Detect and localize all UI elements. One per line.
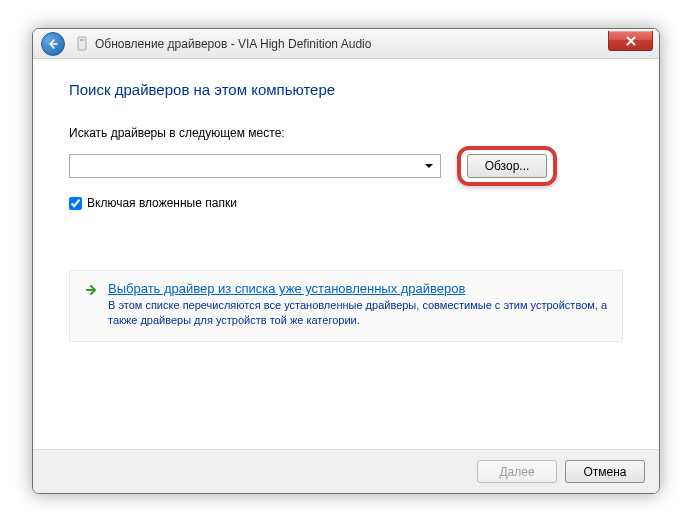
device-icon <box>75 36 89 52</box>
arrow-right-icon <box>84 283 98 329</box>
pick-from-list-description: В этом списке перечисляются все установл… <box>108 298 608 329</box>
pick-from-list-option[interactable]: Выбрать драйвер из списка уже установлен… <box>69 270 623 342</box>
option-text: Выбрать драйвер из списка уже установлен… <box>108 281 608 329</box>
path-combobox <box>69 154 441 178</box>
titlebar: Обновление драйверов - VIA High Definiti… <box>33 29 659 59</box>
include-subfolders-checkbox[interactable] <box>69 197 82 210</box>
pick-from-list-link: Выбрать драйвер из списка уже установлен… <box>108 281 608 296</box>
path-row: Обзор... <box>69 146 623 186</box>
combobox-dropdown-button[interactable] <box>421 158 437 174</box>
dialog-window: Обновление драйверов - VIA High Definiti… <box>32 28 660 494</box>
path-input[interactable] <box>69 154 441 178</box>
include-subfolders-row: Включая вложенные папки <box>69 196 623 210</box>
next-button: Далее <box>477 460 557 483</box>
svg-rect-0 <box>78 37 86 50</box>
window-title: Обновление драйверов - VIA High Definiti… <box>95 37 371 51</box>
close-icon <box>626 36 636 46</box>
cancel-button[interactable]: Отмена <box>565 460 645 483</box>
close-button[interactable] <box>608 31 653 51</box>
page-heading: Поиск драйверов на этом компьютере <box>69 81 623 98</box>
browse-button[interactable]: Обзор... <box>467 154 547 178</box>
back-arrow-icon <box>47 38 59 50</box>
chevron-down-icon <box>425 164 433 169</box>
content-area: Поиск драйверов на этом компьютере Искат… <box>33 59 659 342</box>
svg-rect-1 <box>80 39 84 41</box>
include-subfolders-label[interactable]: Включая вложенные папки <box>87 196 237 210</box>
dialog-footer: Далее Отмена <box>33 449 659 493</box>
search-location-label: Искать драйверы в следующем месте: <box>69 126 623 140</box>
back-button[interactable] <box>41 32 65 56</box>
browse-highlight: Обзор... <box>457 146 557 186</box>
